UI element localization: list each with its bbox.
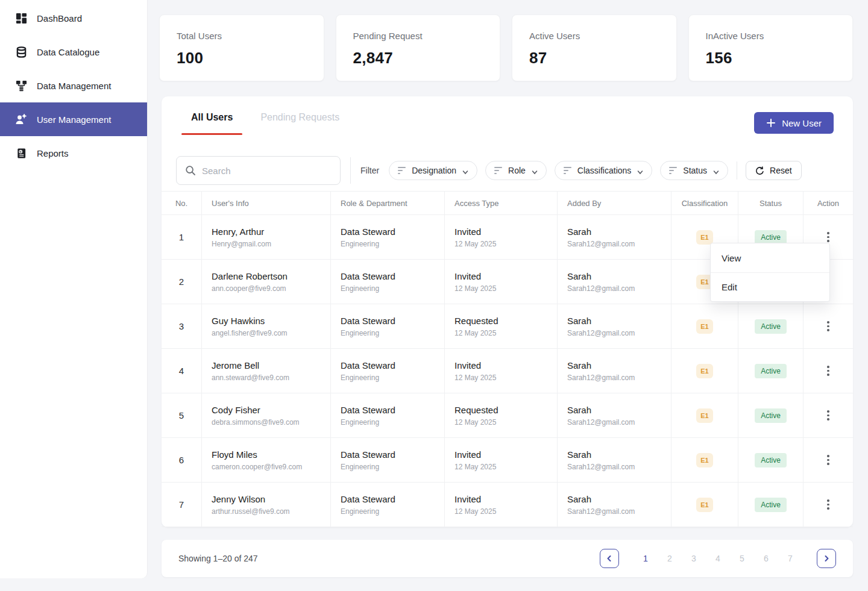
filter-status[interactable]: Status — [660, 161, 728, 180]
added-by-cell: Sarah Sarah12@gmail.com — [558, 304, 671, 348]
action-cell — [804, 393, 853, 437]
user-role: Data Steward — [341, 360, 444, 371]
added-by-email: Sarah12@gmail.com — [567, 463, 671, 471]
new-user-button[interactable]: New User — [754, 112, 834, 134]
access-type-cell: Invited 12 May 2025 — [445, 349, 558, 393]
status-cell: Active — [738, 438, 804, 482]
access-type: Invited — [454, 494, 557, 504]
row-actions-button[interactable] — [823, 362, 833, 380]
row-number: 2 — [179, 277, 184, 287]
status-badge: Active — [755, 364, 787, 378]
added-by-cell: Sarah Sarah12@gmail.com — [558, 215, 671, 259]
sidebar-item-reports[interactable]: Reports — [0, 136, 147, 170]
filter-lines-icon — [494, 167, 502, 174]
tab-pending-requests[interactable]: Pending Requests — [251, 112, 349, 135]
user-department: Engineering — [341, 418, 444, 427]
row-actions-button[interactable] — [823, 317, 833, 335]
col-classification: Classification — [671, 192, 738, 214]
filter-label: Filter — [360, 166, 379, 175]
chevron-left-icon — [606, 555, 613, 562]
search-box — [176, 156, 341, 185]
page-number-4[interactable]: 4 — [706, 554, 730, 563]
role-cell: Data Steward Engineering — [331, 215, 445, 259]
col-no: No. — [162, 192, 202, 214]
prev-page-button[interactable] — [600, 549, 619, 568]
user-role: Data Steward — [341, 227, 444, 237]
row-number: 1 — [179, 232, 184, 242]
classification-cell: E1 — [671, 349, 738, 393]
col-added-by: Added By — [558, 192, 671, 214]
row-actions-button[interactable] — [823, 451, 833, 469]
row-number: 4 — [179, 366, 184, 376]
row-number-cell: 3 — [162, 304, 202, 348]
status-cell: Active — [738, 393, 804, 437]
user-email: angel.fisher@five9.com — [212, 329, 330, 337]
classification-badge: E1 — [696, 364, 712, 378]
user-info-cell: Cody Fisher debra.simmons@five9.com — [202, 393, 331, 437]
access-date: 12 May 2025 — [454, 418, 557, 427]
added-by-email: Sarah12@gmail.com — [567, 507, 671, 516]
access-date: 12 May 2025 — [454, 240, 557, 248]
role-cell: Data Steward Engineering — [331, 349, 445, 393]
chevron-down-icon — [462, 167, 468, 174]
col-status: Status — [738, 192, 804, 214]
role-cell: Data Steward Engineering — [331, 393, 445, 437]
context-menu-edit[interactable]: Edit — [711, 272, 829, 301]
classification-cell: E1 — [671, 483, 738, 527]
page-number-7[interactable]: 7 — [778, 554, 802, 563]
access-type-cell: Invited 12 May 2025 — [445, 438, 558, 482]
row-number-cell: 2 — [162, 260, 202, 304]
page-number-3[interactable]: 3 — [682, 554, 706, 563]
stat-card-inactive-users: InActive Users 156 — [688, 14, 854, 81]
sidebar-item-data-management[interactable]: Data Management — [0, 69, 147, 102]
access-type-cell: Invited 12 May 2025 — [445, 215, 558, 259]
added-by-email: Sarah12@gmail.com — [567, 240, 671, 248]
filter-designation[interactable]: Designation — [389, 161, 477, 180]
classification-cell: E1 — [671, 393, 738, 437]
row-actions-button[interactable] — [823, 407, 833, 424]
page-number-2[interactable]: 2 — [658, 554, 682, 563]
sidebar-item-label: Data Catalogue — [37, 47, 99, 57]
search-input[interactable] — [176, 156, 341, 185]
stat-label: Total Users — [177, 31, 307, 41]
status-badge: Active — [755, 230, 787, 245]
next-page-button[interactable] — [817, 549, 836, 568]
tab-all-users[interactable]: All Users — [181, 112, 242, 135]
classification-badge: E1 — [696, 453, 712, 467]
filter-status-label: Status — [683, 166, 707, 175]
context-menu-view[interactable]: View — [711, 243, 829, 272]
col-role-department: Role & Department — [331, 192, 445, 214]
reset-button[interactable]: Reset — [746, 161, 802, 180]
filter-role[interactable]: Role — [485, 161, 547, 180]
filter-lines-icon — [564, 167, 571, 174]
classification-cell: E1 — [671, 438, 738, 482]
col-users-info: User's Info — [202, 192, 331, 214]
access-type-cell: Invited 12 May 2025 — [445, 483, 558, 527]
user-name: Jenny Wilson — [212, 494, 330, 504]
pagination-bar: Showing 1–20 of 247 1 2 3 4 5 6 7 — [162, 540, 853, 577]
data-network-icon — [14, 79, 28, 92]
sidebar-item-dashboard[interactable]: DashBoard — [0, 1, 147, 35]
row-number-cell: 5 — [162, 393, 202, 437]
added-by-name: Sarah — [567, 316, 671, 326]
row-actions-button[interactable] — [823, 496, 833, 513]
page-number-1[interactable]: 1 — [634, 554, 658, 563]
table-row: 5 Cody Fisher debra.simmons@five9.com Da… — [162, 393, 853, 438]
chevron-down-icon — [532, 167, 538, 174]
page-number-5[interactable]: 5 — [730, 554, 754, 563]
sidebar-item-user-management[interactable]: User Management — [0, 102, 147, 136]
page-number-6[interactable]: 6 — [754, 554, 778, 563]
page-numbers: 1 2 3 4 5 6 7 — [634, 554, 802, 563]
pagination-summary: Showing 1–20 of 247 — [178, 554, 258, 563]
refresh-icon — [755, 166, 764, 175]
user-department: Engineering — [341, 329, 444, 337]
status-badge: Active — [755, 453, 787, 467]
user-email: debra.simmons@five9.com — [212, 418, 330, 427]
filter-classifications[interactable]: Classifications — [555, 161, 652, 180]
user-name: Jerome Bell — [212, 360, 330, 371]
stat-value: 100 — [177, 49, 307, 67]
sidebar-item-data-catalogue[interactable]: Data Catalogue — [0, 35, 147, 69]
tabs-row: All Users Pending Requests New User — [162, 96, 853, 138]
access-type-cell: Invited 12 May 2025 — [445, 260, 558, 304]
status-cell: Active — [738, 483, 804, 527]
